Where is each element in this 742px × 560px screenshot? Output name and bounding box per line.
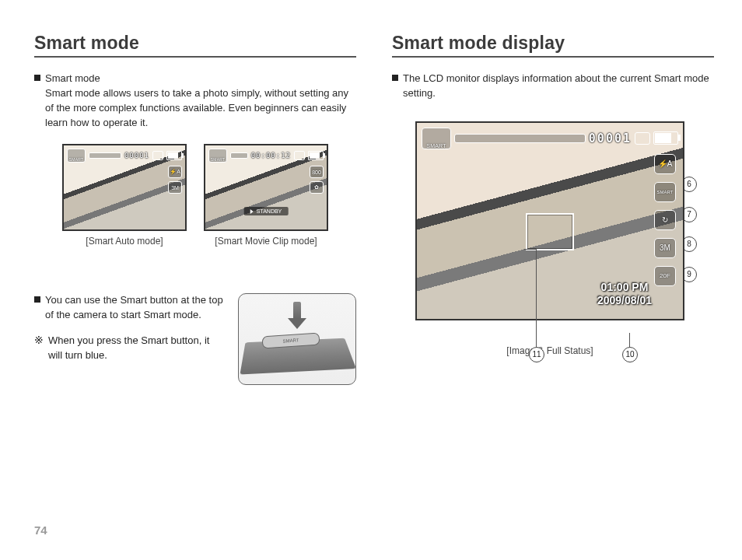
caption-smart-movie: [Smart Movie Clip mode]: [204, 236, 328, 247]
caption-smart-auto: [Smart Auto mode]: [62, 236, 187, 247]
section-body: You can use the Smart button at the top …: [45, 293, 224, 323]
time-counter: 00:00:12: [251, 152, 291, 159]
section-title: Smart mode: [45, 72, 100, 84]
left-column: Smart mode Smart mode Smart mode allows …: [34, 33, 356, 385]
flash-auto-icon: ⚡A: [654, 154, 676, 174]
thumb-smart-auto: SMART 00001 ⚡A 3M: [62, 144, 187, 231]
note-smart-button-blue: ※ When you press the Smart button, it wi…: [34, 334, 224, 363]
frame-counter: 00001: [589, 131, 632, 145]
figure-smart-auto: SMART 00001 ⚡A 3M [Smart Auto mode]: [62, 144, 187, 247]
section-body: Smart mode allows users to take a photo …: [45, 87, 348, 128]
lcd-screenshot: SMART 00001 ⚡A SMART ↻ 3M 20F 01:00 PM 2…: [415, 121, 684, 320]
frame-counter: 00001: [124, 152, 149, 159]
zoom-bar: [454, 134, 586, 143]
fps-icon: 20F: [654, 266, 676, 286]
thumb-smart-movie: SMART 00:00:12 800 ✿ STANDBY: [204, 144, 328, 231]
heading-smart-mode: Smart mode: [34, 33, 356, 58]
intro-text: The LCD monitor displays information abo…: [403, 72, 714, 101]
heading-smart-mode-display: Smart mode display: [392, 33, 714, 58]
intro-lcd: The LCD monitor displays information abo…: [392, 72, 714, 101]
memory-icon: [635, 132, 650, 145]
iso-icon: 800: [310, 166, 324, 178]
section-smart-button: You can use the Smart button at the top …: [34, 293, 224, 323]
size-icon: 3M: [168, 181, 182, 194]
section-smart-mode: Smart mode Smart mode allows users to ta…: [34, 72, 356, 130]
figure-smart-movie: SMART 00:00:12 800 ✿ STANDBY [Smart Movi…: [204, 144, 328, 247]
arrow-down-icon: [288, 302, 306, 329]
smart-icon: SMART: [422, 128, 451, 149]
size-icon: 3M: [654, 238, 676, 258]
reference-mark-icon: ※: [34, 334, 44, 363]
figure-camera-top: SMART: [238, 293, 356, 385]
page-number: 74: [34, 523, 47, 537]
smart-icon: SMART: [67, 149, 86, 163]
osd-date: 2009/08/01: [597, 294, 652, 308]
right-column: Smart mode display The LCD monitor displ…: [392, 33, 714, 385]
timer-icon: ↻: [654, 210, 676, 230]
lcd-diagram: 1 2 3 4 5 6 7 8 9 SMART: [408, 121, 692, 356]
battery-icon: [166, 151, 182, 160]
quality-icon: ✿: [310, 181, 324, 194]
osd-time: 01:00 PM: [597, 281, 652, 295]
smart-scene-icon: SMART: [654, 182, 676, 202]
memory-icon: [294, 151, 305, 160]
flash-auto-icon: ⚡A: [168, 166, 182, 178]
standby-badge: STANDBY: [244, 207, 289, 215]
caption-full-status: [Image & Full Status]: [408, 345, 692, 356]
bullet-icon: [34, 75, 40, 81]
focus-frame: [526, 213, 574, 250]
battery-icon: [653, 131, 678, 145]
note-body: When you press the Smart button, it will…: [48, 334, 224, 363]
bullet-icon: [392, 75, 398, 81]
callout-11: 11: [529, 347, 544, 362]
smart-icon: SMART: [208, 149, 227, 163]
bullet-icon: [34, 296, 40, 303]
battery-icon: [308, 151, 324, 160]
memory-icon: [152, 151, 163, 160]
callout-10: 10: [622, 347, 638, 362]
